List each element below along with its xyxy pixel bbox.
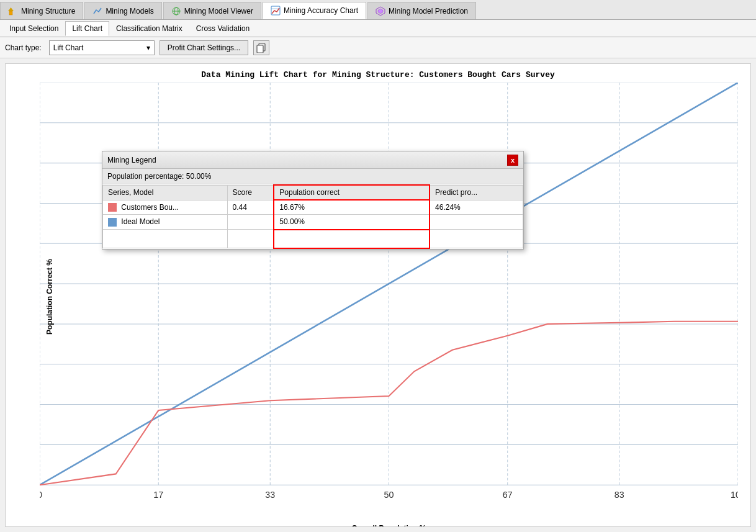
svg-rect-10 xyxy=(257,45,263,53)
chart-container: Data Mining Lift Chart for Mining Struct… xyxy=(5,63,751,527)
sub-tab-bar: Input Selection Lift Chart Classificatio… xyxy=(0,20,756,37)
mining-legend-dialog: Mining Legend x Population percentage: 5… xyxy=(102,151,524,250)
tab-mining-models-label: Mining Models xyxy=(106,7,153,16)
tab-mining-model-viewer-label: Mining Model Viewer xyxy=(184,7,253,16)
legend-row-ideal-score xyxy=(227,215,274,230)
mining-models-icon xyxy=(92,6,102,16)
svg-text:83: 83 xyxy=(614,490,624,500)
tab-mining-structure-label: Mining Structure xyxy=(21,7,75,16)
tab-mining-models[interactable]: Mining Models xyxy=(84,2,161,19)
mining-model-prediction-icon xyxy=(376,6,385,16)
mining-model-viewer-icon xyxy=(171,6,181,16)
toolbar: Chart type: Lift Chart ▾ Profit Chart Se… xyxy=(0,37,756,58)
tab-mining-model-viewer[interactable]: Mining Model Viewer xyxy=(163,2,261,19)
top-tab-bar: Mining Structure Mining Models Mining Mo… xyxy=(0,0,756,20)
legend-table: Series, Model Score Population correct P… xyxy=(102,184,523,249)
chart-type-label: Chart type: xyxy=(5,43,42,52)
svg-rect-0 xyxy=(9,11,12,15)
legend-titlebar: Mining Legend x xyxy=(102,151,523,169)
chart-area: Population Correct % Overall Population … xyxy=(40,83,738,511)
tab-mining-accuracy-chart[interactable]: Mining Accuracy Chart xyxy=(263,2,366,19)
mining-accuracy-chart-icon xyxy=(271,6,281,16)
sub-tab-input-selection[interactable]: Input Selection xyxy=(2,21,65,36)
svg-marker-1 xyxy=(8,7,14,11)
main-content: Data Mining Lift Chart for Mining Struct… xyxy=(0,58,756,532)
col-score: Score xyxy=(227,185,274,200)
chart-svg: 0 17 33 50 67 83 100 0 10 20 30 40 50 60… xyxy=(40,83,738,511)
legend-row-customers-score: 0.44 xyxy=(227,200,274,215)
legend-row-customers-model: Customers Bou... xyxy=(103,200,228,215)
ideal-color-swatch xyxy=(108,218,117,227)
svg-text:67: 67 xyxy=(503,490,513,500)
chevron-down-icon: ▾ xyxy=(146,43,150,52)
profit-chart-settings-button[interactable]: Profit Chart Settings... xyxy=(160,40,248,55)
svg-marker-8 xyxy=(378,9,383,14)
y-axis-label: Population Correct % xyxy=(45,259,54,335)
tab-mining-accuracy-chart-label: Mining Accuracy Chart xyxy=(284,6,358,15)
svg-text:50: 50 xyxy=(384,490,394,500)
svg-text:0: 0 xyxy=(40,490,42,500)
legend-close-button[interactable]: x xyxy=(507,155,518,166)
sub-tab-classification-matrix[interactable]: Classification Matrix xyxy=(109,21,189,36)
legend-row-ideal: Ideal Model 50.00% xyxy=(103,215,523,230)
chart-title: Data Mining Lift Chart for Mining Struct… xyxy=(6,64,750,83)
legend-row-ideal-predict-pro xyxy=(430,215,523,230)
copy-chart-button[interactable] xyxy=(253,40,269,55)
svg-text:17: 17 xyxy=(153,490,163,500)
copy-icon xyxy=(256,43,266,53)
legend-empty-row xyxy=(103,230,523,248)
svg-text:100: 100 xyxy=(731,490,738,500)
svg-rect-5 xyxy=(271,6,280,15)
customers-color-swatch xyxy=(108,203,117,212)
legend-row-customers-predict-pro: 46.24% xyxy=(430,200,523,215)
mining-structure-icon xyxy=(8,6,18,16)
legend-row-ideal-model: Ideal Model xyxy=(103,215,228,230)
col-series-model: Series, Model xyxy=(103,185,228,200)
col-predict-pro: Predict pro... xyxy=(430,185,523,200)
sub-tab-lift-chart[interactable]: Lift Chart xyxy=(65,21,109,36)
col-population-correct: Population correct xyxy=(274,185,430,200)
legend-row-customers-pop-correct: 16.67% xyxy=(274,200,430,215)
tab-mining-model-prediction[interactable]: Mining Model Prediction xyxy=(367,2,476,19)
x-axis-label: Overall Population % xyxy=(351,524,426,527)
chart-type-select[interactable]: Lift Chart ▾ xyxy=(49,40,155,55)
legend-row-ideal-pop-correct: 50.00% xyxy=(274,215,430,230)
legend-title: Mining Legend xyxy=(107,156,156,165)
legend-row-customers: Customers Bou... 0.44 16.67% 46.24% xyxy=(103,200,523,215)
sub-tab-cross-validation[interactable]: Cross Validation xyxy=(189,21,256,36)
tab-mining-model-prediction-label: Mining Model Prediction xyxy=(389,7,468,16)
svg-text:33: 33 xyxy=(265,490,275,500)
legend-population: Population percentage: 50.00% xyxy=(102,169,523,184)
tab-mining-structure[interactable]: Mining Structure xyxy=(0,2,83,19)
